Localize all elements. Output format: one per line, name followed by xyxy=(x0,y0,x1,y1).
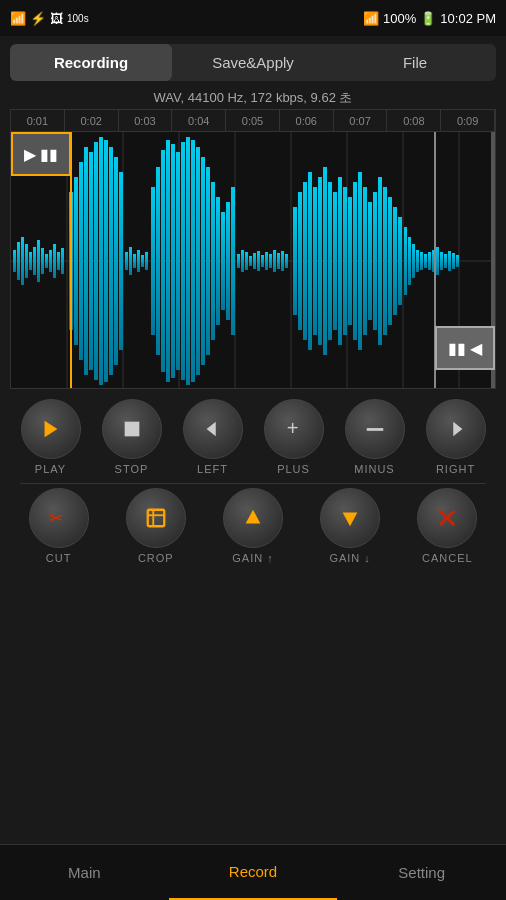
svg-rect-94 xyxy=(416,250,419,272)
svg-rect-109 xyxy=(366,428,383,431)
svg-rect-34 xyxy=(129,247,132,275)
btn-circle-crop xyxy=(126,488,186,548)
btn-circle-plus: + xyxy=(264,399,324,459)
btn-circle-cut: ✂ xyxy=(29,488,89,548)
right-marker-icon: ▮▮ ◀ xyxy=(448,339,482,358)
svg-rect-64 xyxy=(269,254,272,268)
audio-info: WAV, 44100 Hz, 172 kbps, 9.62 초 xyxy=(0,89,506,107)
svg-rect-35 xyxy=(133,254,136,268)
svg-rect-29 xyxy=(104,140,108,382)
btn-circle-stop xyxy=(102,399,162,459)
svg-rect-52 xyxy=(216,197,220,325)
svg-rect-100 xyxy=(440,252,443,270)
svg-rect-56 xyxy=(237,254,240,268)
svg-rect-54 xyxy=(226,202,230,320)
bottom-nav-setting[interactable]: Setting xyxy=(337,845,506,900)
svg-rect-30 xyxy=(109,147,113,375)
ctrl-btn-minus[interactable]: MINUS xyxy=(345,399,405,475)
waveform-container[interactable]: 0:010:020:030:040:050:060:070:080:09 ▶ ▮… xyxy=(10,109,496,389)
svg-rect-36 xyxy=(137,250,140,272)
btn-circle-cancel xyxy=(417,488,477,548)
tab-bar: Recording Save&Apply File xyxy=(10,44,496,81)
svg-rect-51 xyxy=(211,182,215,340)
svg-rect-23 xyxy=(74,177,78,345)
time-tick: 0:03 xyxy=(119,110,173,131)
time-tick: 0:08 xyxy=(387,110,441,131)
svg-rect-11 xyxy=(21,237,24,285)
svg-marker-116 xyxy=(343,513,358,527)
btn-label: CROP xyxy=(138,552,174,564)
svg-rect-45 xyxy=(181,142,185,380)
svg-rect-49 xyxy=(201,157,205,365)
ctrl-btn-play[interactable]: PLAY xyxy=(21,399,81,475)
svg-rect-32 xyxy=(119,172,123,350)
svg-marker-105 xyxy=(44,421,57,438)
waveform-area[interactable]: ▶ ▮▮ ▮▮ ◀ xyxy=(11,132,495,389)
svg-rect-72 xyxy=(308,172,312,350)
ctrl-btn-left[interactable]: LEFT xyxy=(183,399,243,475)
status-left: 📶 ⚡ 🖼 100s xyxy=(10,11,89,26)
ctrl-btn-plus[interactable]: +PLUS xyxy=(264,399,324,475)
svg-rect-18 xyxy=(49,250,52,272)
svg-rect-19 xyxy=(53,244,56,278)
bottom-nav-record[interactable]: Record xyxy=(169,845,338,900)
status-label: 100s xyxy=(67,13,89,24)
ctrl-btn-stop[interactable]: STOP xyxy=(102,399,162,475)
svg-rect-80 xyxy=(348,197,352,325)
time-tick: 0:09 xyxy=(441,110,495,131)
ctrl-btn-right[interactable]: RIGHT xyxy=(426,399,486,475)
svg-rect-60 xyxy=(253,253,256,269)
svg-rect-96 xyxy=(424,254,427,268)
ctrl-btn-crop[interactable]: CROP xyxy=(126,488,186,564)
time-tick: 0:07 xyxy=(334,110,388,131)
svg-rect-66 xyxy=(277,253,280,269)
svg-rect-97 xyxy=(428,252,431,270)
svg-rect-55 xyxy=(231,187,235,335)
btn-circle-right xyxy=(426,399,486,459)
btn-label: CUT xyxy=(46,552,72,564)
svg-rect-76 xyxy=(328,182,332,340)
time-tick: 0:01 xyxy=(11,110,65,131)
tab-file[interactable]: File xyxy=(334,44,496,81)
svg-rect-81 xyxy=(353,182,357,340)
svg-rect-16 xyxy=(41,248,44,274)
svg-rect-82 xyxy=(358,172,362,350)
svg-rect-39 xyxy=(151,187,155,335)
svg-rect-13 xyxy=(29,252,32,270)
status-right: 📶 100% 🔋 10:02 PM xyxy=(363,11,496,26)
ctrl-btn-cut[interactable]: ✂CUT xyxy=(29,488,89,564)
left-marker[interactable]: ▶ ▮▮ xyxy=(11,132,71,176)
ctrl-btn-gain[interactable]: GAIN ↓ xyxy=(320,488,380,564)
svg-rect-15 xyxy=(37,240,40,282)
svg-rect-103 xyxy=(452,253,455,269)
svg-rect-17 xyxy=(45,254,48,268)
btn-circle-left xyxy=(183,399,243,459)
btn-label: RIGHT xyxy=(436,463,475,475)
signal-icon: 📶 xyxy=(10,11,26,26)
svg-rect-25 xyxy=(84,147,88,375)
bottom-nav-main[interactable]: Main xyxy=(0,845,169,900)
svg-marker-115 xyxy=(246,510,261,524)
svg-rect-47 xyxy=(191,140,195,382)
svg-rect-101 xyxy=(444,254,447,268)
svg-rect-77 xyxy=(333,192,337,330)
time-ruler: 0:010:020:030:040:050:060:070:080:09 xyxy=(11,110,495,132)
ctrl-btn-cancel[interactable]: CANCEL xyxy=(417,488,477,564)
tab-save-apply[interactable]: Save&Apply xyxy=(172,44,334,81)
svg-rect-53 xyxy=(221,212,225,310)
right-marker[interactable]: ▮▮ ◀ xyxy=(435,326,495,370)
ctrl-btn-gain[interactable]: GAIN ↑ xyxy=(223,488,283,564)
svg-rect-89 xyxy=(393,207,397,315)
btn-label: GAIN ↑ xyxy=(232,552,273,564)
svg-rect-58 xyxy=(245,252,248,270)
tab-recording[interactable]: Recording xyxy=(10,44,172,81)
svg-rect-92 xyxy=(408,237,411,285)
image-icon: 🖼 xyxy=(50,11,63,26)
svg-rect-41 xyxy=(161,150,165,372)
svg-rect-46 xyxy=(186,137,190,385)
svg-rect-88 xyxy=(388,197,392,325)
controls-area: PLAYSTOPLEFT+PLUSMINUSRIGHT ✂CUTCROPGAIN… xyxy=(0,389,506,582)
time-tick: 0:06 xyxy=(280,110,334,131)
btn-label: PLUS xyxy=(277,463,310,475)
svg-rect-65 xyxy=(273,250,276,272)
